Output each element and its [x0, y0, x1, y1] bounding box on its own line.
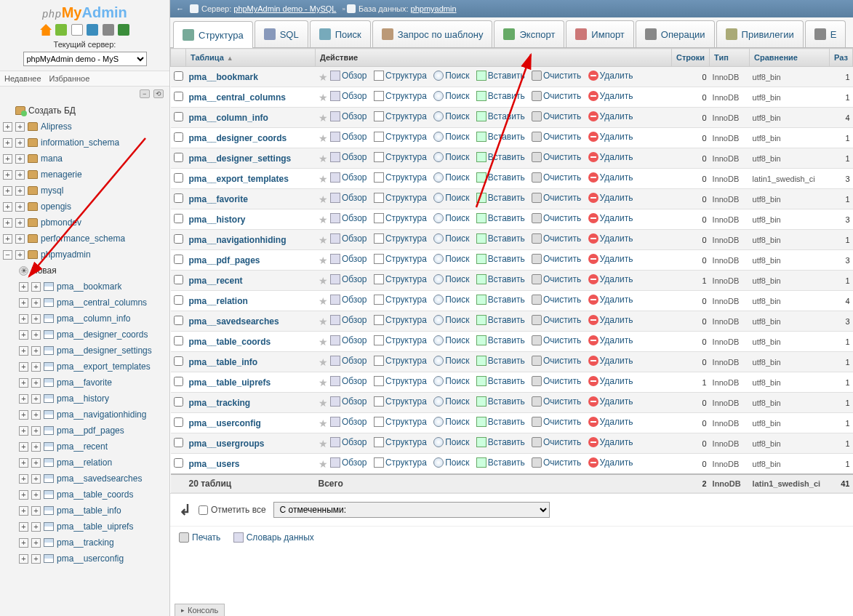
insert-link[interactable]: Вставить — [476, 254, 525, 264]
table-name-link[interactable]: pma__favorite — [189, 194, 248, 204]
empty-link[interactable]: Очистить — [532, 111, 581, 121]
empty-link[interactable]: Очистить — [532, 437, 581, 447]
favorite-star-icon[interactable]: ★ — [319, 316, 328, 327]
insert-link[interactable]: Вставить — [476, 111, 525, 121]
insert-link[interactable]: Вставить — [476, 295, 525, 305]
table-name-link[interactable]: pma__table_uiprefs — [189, 377, 271, 388]
browse-link[interactable]: Обзор — [330, 111, 367, 121]
drop-link[interactable]: Удалить — [588, 152, 633, 162]
empty-link[interactable]: Очистить — [532, 315, 581, 325]
search-link[interactable]: Поиск — [433, 152, 469, 162]
structure-link[interactable]: Структура — [374, 457, 427, 468]
expand-icon-2[interactable] — [31, 346, 41, 356]
expand-icon[interactable] — [3, 250, 12, 260]
expand-icon-2[interactable] — [15, 170, 25, 180]
expand-icon-2[interactable] — [31, 442, 41, 452]
link-icon[interactable]: ⟲ — [153, 89, 164, 98]
favorite-star-icon[interactable]: ★ — [319, 92, 328, 103]
table-tree-item[interactable]: pma__userconfig — [3, 551, 169, 567]
tab-privileges[interactable]: Привилегии — [716, 20, 804, 47]
browse-link[interactable]: Обзор — [330, 172, 367, 183]
structure-link[interactable]: Структура — [374, 111, 427, 121]
expand-icon[interactable] — [3, 186, 12, 196]
db-tree-item[interactable]: mysql — [3, 183, 169, 199]
browse-link[interactable]: Обзор — [330, 376, 367, 386]
col-collation[interactable]: Сравнение — [750, 49, 830, 67]
search-link[interactable]: Поиск — [433, 356, 469, 366]
tab-import[interactable]: Импорт — [566, 20, 633, 47]
table-tree-item[interactable]: pma__designer_coords — [3, 327, 169, 343]
breadcrumb-server-link[interactable]: phpMyAdmin demo - MySQL — [233, 4, 336, 13]
drop-link[interactable]: Удалить — [588, 132, 633, 142]
expand-icon-2[interactable] — [31, 314, 41, 324]
browse-link[interactable]: Обзор — [330, 356, 367, 366]
browse-link[interactable]: Обзор — [330, 315, 367, 325]
drop-link[interactable]: Удалить — [588, 254, 633, 264]
print-link[interactable]: Печать — [179, 532, 220, 543]
expand-icon[interactable] — [19, 410, 28, 420]
tab-search[interactable]: Поиск — [310, 20, 371, 47]
home-icon[interactable] — [40, 24, 52, 36]
browse-link[interactable]: Обзор — [330, 457, 367, 468]
drop-link[interactable]: Удалить — [588, 71, 633, 81]
search-link[interactable]: Поиск — [433, 172, 469, 183]
table-tree-item[interactable]: pma__pdf_pages — [3, 423, 169, 439]
server-select[interactable]: phpMyAdmin demo - MyS — [23, 52, 147, 66]
db-tree-item[interactable]: phpmyadmin — [3, 247, 169, 263]
empty-link[interactable]: Очистить — [532, 213, 581, 223]
row-checkbox[interactable] — [174, 336, 183, 345]
drop-link[interactable]: Удалить — [588, 233, 633, 244]
col-rows[interactable]: Строки — [672, 49, 710, 67]
db-tree-item[interactable]: Alipress — [3, 119, 169, 135]
expand-icon[interactable] — [3, 122, 12, 132]
drop-link[interactable]: Удалить — [588, 295, 633, 305]
expand-icon-2[interactable] — [15, 186, 25, 196]
search-link[interactable]: Поиск — [433, 295, 469, 305]
data-dictionary-link[interactable]: Словарь данных — [233, 532, 314, 543]
insert-link[interactable]: Вставить — [476, 172, 525, 183]
expand-icon[interactable] — [3, 234, 12, 244]
expand-icon[interactable] — [19, 314, 28, 324]
empty-link[interactable]: Очистить — [532, 71, 581, 81]
expand-icon-2[interactable] — [15, 154, 25, 164]
table-name-link[interactable]: pma__column_info — [189, 113, 268, 123]
new-database-link[interactable]: Создать БД — [3, 103, 169, 119]
drop-link[interactable]: Удалить — [588, 172, 633, 183]
tab-operations[interactable]: Операции — [636, 20, 715, 47]
settings-icon[interactable] — [103, 24, 114, 36]
structure-link[interactable]: Структура — [374, 417, 427, 427]
expand-icon[interactable] — [19, 426, 28, 436]
expand-icon-2[interactable] — [31, 426, 41, 436]
search-link[interactable]: Поиск — [433, 437, 469, 447]
table-name-link[interactable]: pma__usergroups — [189, 439, 265, 449]
row-checkbox[interactable] — [174, 173, 183, 183]
drop-link[interactable]: Удалить — [588, 274, 633, 284]
expand-icon-2[interactable] — [31, 410, 41, 420]
structure-link[interactable]: Структура — [374, 396, 427, 407]
breadcrumb-db-link[interactable]: phpmyadmin — [411, 4, 457, 13]
empty-link[interactable]: Очистить — [532, 335, 581, 345]
table-tree-item[interactable]: pma__savedsearches — [3, 471, 169, 487]
drop-link[interactable]: Удалить — [588, 356, 633, 366]
db-tree-item[interactable]: performance_schema — [3, 231, 169, 247]
table-name-link[interactable]: pma__designer_settings — [189, 153, 292, 164]
insert-link[interactable]: Вставить — [476, 233, 525, 244]
check-all[interactable]: Отметить все — [199, 505, 266, 515]
structure-link[interactable]: Структура — [374, 335, 427, 345]
favorite-star-icon[interactable]: ★ — [319, 275, 328, 287]
table-tree-item[interactable]: pma__recent — [3, 439, 169, 455]
empty-link[interactable]: Очистить — [532, 91, 581, 101]
structure-link[interactable]: Структура — [374, 315, 427, 325]
row-checkbox[interactable] — [174, 214, 183, 223]
empty-link[interactable]: Очистить — [532, 376, 581, 386]
expand-icon[interactable] — [3, 170, 12, 180]
search-link[interactable]: Поиск — [433, 132, 469, 142]
tab-export[interactable]: Экспорт — [494, 20, 564, 47]
favorite-star-icon[interactable]: ★ — [319, 255, 328, 266]
docs-icon[interactable] — [87, 24, 98, 36]
expand-icon-2[interactable] — [31, 330, 41, 340]
expand-icon[interactable] — [19, 522, 28, 532]
table-name-link[interactable]: pma__relation — [189, 296, 248, 306]
tab-structure[interactable]: Структура — [173, 21, 253, 48]
empty-link[interactable]: Очистить — [532, 193, 581, 203]
